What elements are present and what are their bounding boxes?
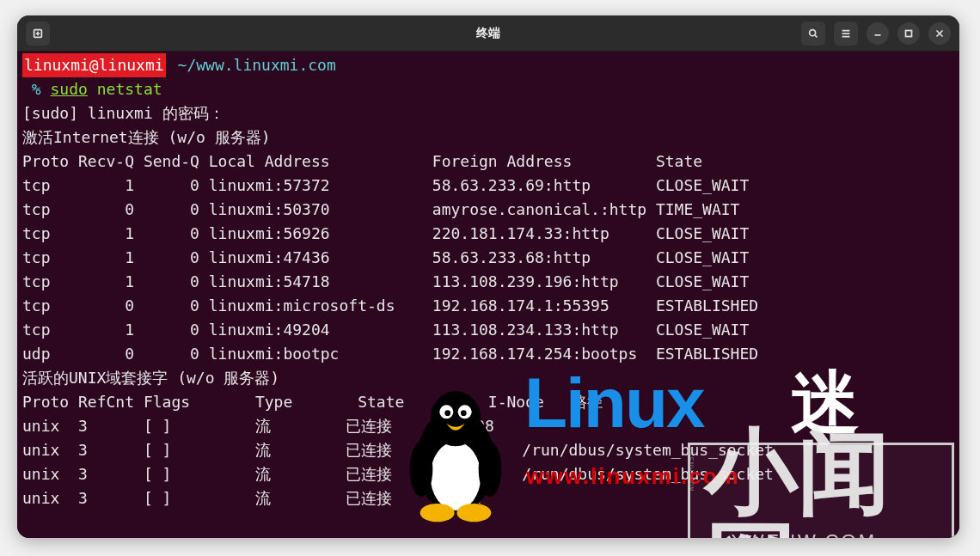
- unix-header: 活跃的UNIX域套接字 (w/o 服务器): [22, 366, 954, 390]
- prompt-line-1: linuxmi@linuxmi ~/www.linuxmi.com: [22, 53, 954, 77]
- search-icon: [807, 27, 819, 40]
- watermark-xwen-sub: XWENW.COM: [731, 529, 877, 538]
- window-title: 终端: [476, 26, 500, 41]
- cmd-netstat: netstat: [97, 80, 162, 98]
- prompt-user-host: linuxmi@linuxmi: [22, 53, 166, 77]
- prompt-symbol: %: [32, 80, 41, 98]
- cmd-sudo: sudo: [51, 80, 88, 98]
- svg-point-1: [810, 29, 816, 35]
- terminal-window: 终端 linuxmi@linuxmi ~/www.linuxmi.com % s…: [17, 15, 959, 538]
- net-header: 激活Internet连接 (w/o 服务器): [22, 125, 954, 150]
- hamburger-icon: [840, 27, 852, 40]
- unix-row: unix 3 [ ] 流 已连接 38062 /run/dbus/system_…: [22, 438, 954, 462]
- net-row: tcp 0 0 linuxmi:microsoft-ds 192.168.174…: [22, 294, 954, 318]
- net-row: tcp 1 0 linuxmi:47436 58.63.233.68:http …: [22, 246, 954, 270]
- new-tab-icon: [32, 27, 44, 40]
- net-columns: Proto Recv-Q Send-Q Local Address Foreig…: [22, 150, 954, 174]
- svg-rect-2: [906, 30, 912, 36]
- command-line: % sudo netstat: [22, 77, 954, 101]
- close-button[interactable]: [928, 22, 951, 45]
- net-row: tcp 1 0 linuxmi:54718 113.108.239.196:ht…: [22, 270, 954, 294]
- close-icon: [934, 27, 946, 40]
- terminal-body[interactable]: linuxmi@linuxmi ~/www.linuxmi.com % sudo…: [17, 52, 959, 538]
- menu-button[interactable]: [834, 21, 858, 46]
- unix-row: unix 3 [ ] 流 已连接 119698: [22, 414, 954, 438]
- net-row: udp 0 0 linuxmi:bootpc 192.168.174.254:b…: [22, 342, 954, 366]
- minimize-button[interactable]: [867, 22, 889, 45]
- new-tab-button[interactable]: [26, 21, 50, 46]
- sudo-password-prompt: [sudo] linuxmi 的密码：: [22, 101, 954, 125]
- net-row: tcp 1 0 linuxmi:57372 58.63.233.69:http …: [22, 174, 954, 198]
- unix-row: unix 3 [ ] 流 已连接 43982 /run/dbus/system_…: [22, 462, 954, 486]
- minimize-icon: [872, 27, 884, 40]
- unix-row: unix 3 [ ] 流 已连接 44447: [22, 486, 954, 510]
- net-row: tcp 0 0 linuxmi:50370 amyrose.canonical.…: [22, 198, 954, 222]
- titlebar: 终端: [17, 15, 959, 52]
- maximize-icon: [903, 27, 915, 40]
- search-button[interactable]: [801, 21, 825, 46]
- unix-columns: Proto RefCnt Flags Type State I-Node 路径: [22, 390, 954, 414]
- maximize-button[interactable]: [897, 22, 920, 45]
- net-row: tcp 1 0 linuxmi:56926 220.181.174.33:htt…: [22, 222, 954, 246]
- prompt-path: ~/www.linuxmi.com: [178, 53, 336, 77]
- net-row: tcp 1 0 linuxmi:49204 113.108.234.133:ht…: [22, 318, 954, 342]
